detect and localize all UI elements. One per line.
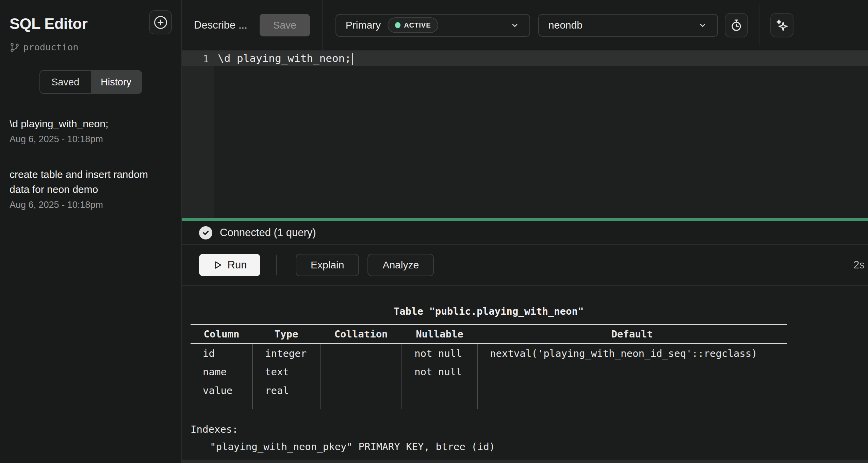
- table-row: name text not null: [191, 363, 787, 381]
- query-duration: 2s: [853, 259, 865, 271]
- table-cell: not null: [402, 363, 477, 381]
- branch-select-value: Primary: [346, 19, 381, 31]
- history-item-timestamp: Aug 6, 2025 - 10:18pm: [10, 200, 172, 210]
- query-actions-bar: Run Explain Analyze 2s: [182, 245, 868, 286]
- history-item-title: \d playing_with_neon;: [10, 116, 159, 131]
- table-row-spacer: [191, 400, 787, 409]
- table-row: value real: [191, 381, 787, 400]
- indexes-block: Indexes: "playing_with_neon_pkey" PRIMAR…: [191, 421, 868, 456]
- index-definition: "playing_with_neon_pkey" PRIMARY KEY, bt…: [191, 438, 868, 456]
- horizontal-scrollbar[interactable]: [182, 460, 868, 463]
- run-button-label: Run: [228, 259, 247, 271]
- table-row: id integer not null nextval('playing_wit…: [191, 344, 787, 363]
- branch-name: production: [23, 42, 79, 52]
- history-item[interactable]: \d playing_with_neon; Aug 6, 2025 - 10:1…: [10, 116, 172, 145]
- query-timing-button[interactable]: [725, 13, 748, 37]
- chevron-down-icon: [698, 20, 708, 30]
- actions-divider: [276, 255, 277, 275]
- table-cell: real: [252, 381, 320, 400]
- table-cell: integer: [252, 344, 320, 363]
- play-icon: [213, 260, 223, 270]
- table-cell: not null: [402, 344, 477, 363]
- table-cell: [320, 363, 402, 381]
- history-item-timestamp: Aug 6, 2025 - 10:18pm: [10, 134, 172, 145]
- main-panel: Describe ... Save Primary ACTIVE neondb: [182, 0, 868, 463]
- query-title: Describe ...: [194, 19, 247, 31]
- check-circle-icon: [199, 226, 212, 239]
- sidebar: SQL Editor production Saved: [0, 0, 182, 463]
- sidebar-header: SQL Editor: [10, 10, 172, 34]
- history-list: \d playing_with_neon; Aug 6, 2025 - 10:1…: [10, 116, 172, 210]
- analyze-button[interactable]: Analyze: [367, 254, 434, 276]
- column-header: Nullable: [402, 325, 477, 344]
- column-header: Collation: [320, 325, 402, 344]
- active-code-line[interactable]: 1 \d playing_with_neon;: [182, 51, 868, 66]
- page-title: SQL Editor: [10, 10, 87, 33]
- table-cell: [477, 363, 787, 381]
- sparkles-icon: [775, 18, 789, 32]
- result-table: Column Type Collation Nullable Default i…: [191, 324, 787, 409]
- editor-gutter: [182, 51, 214, 218]
- table-cell: nextval('playing_with_neon_id_seq'::regc…: [477, 344, 787, 363]
- table-cell: value: [191, 381, 252, 400]
- code-editor[interactable]: 1 \d playing_with_neon;: [182, 51, 868, 218]
- toolbar-divider: [759, 5, 759, 45]
- table-cell: name: [191, 363, 252, 381]
- explain-button[interactable]: Explain: [296, 254, 359, 276]
- connection-status-text: Connected (1 query): [220, 227, 316, 239]
- history-item[interactable]: create table and insert random data for …: [10, 167, 172, 210]
- result-table-header-row: Column Type Collation Nullable Default: [191, 325, 787, 344]
- saved-history-toggle: Saved History: [39, 70, 142, 94]
- plus-circle-icon: [153, 15, 168, 30]
- tab-saved[interactable]: Saved: [40, 71, 91, 93]
- text-cursor: [352, 53, 353, 65]
- sql-editor-app: SQL Editor production Saved: [0, 0, 868, 463]
- column-header: Type: [252, 325, 320, 344]
- ai-assist-button[interactable]: [770, 13, 793, 37]
- git-branch-icon: [10, 42, 20, 52]
- results-panel[interactable]: Table "public.playing_with_neon" Column …: [182, 286, 868, 463]
- table-cell: id: [191, 344, 252, 363]
- stopwatch-icon: [730, 18, 743, 32]
- database-select-value: neondb: [548, 19, 583, 31]
- branch-select[interactable]: Primary ACTIVE: [335, 14, 530, 37]
- database-select[interactable]: neondb: [538, 14, 718, 37]
- line-number: 1: [182, 53, 214, 65]
- connection-status-bar: Connected (1 query): [182, 221, 868, 245]
- chevron-down-icon: [510, 20, 520, 30]
- toolbar-divider: [322, 0, 323, 50]
- indexes-label: Indexes:: [191, 421, 868, 438]
- table-cell: [402, 381, 477, 400]
- tab-history[interactable]: History: [91, 71, 142, 93]
- status-badge-label: ACTIVE: [404, 21, 431, 29]
- new-query-button[interactable]: [149, 10, 172, 34]
- active-dot-icon: [395, 22, 400, 28]
- code-text: \d playing_with_neon;: [214, 52, 353, 65]
- table-cell: [320, 344, 402, 363]
- column-header: Default: [477, 325, 787, 344]
- table-cell: [320, 381, 402, 400]
- query-progress-bar: [182, 218, 868, 221]
- editor-toolbar: Describe ... Save Primary ACTIVE neondb: [182, 0, 868, 51]
- run-button[interactable]: Run: [199, 254, 260, 276]
- table-cell: [477, 381, 787, 400]
- branch-indicator: production: [10, 42, 172, 52]
- status-badge: ACTIVE: [388, 17, 438, 33]
- history-item-title: create table and insert random data for …: [10, 167, 159, 197]
- table-cell: text: [252, 363, 320, 381]
- result-table-title: Table "public.playing_with_neon": [191, 305, 787, 317]
- save-button[interactable]: Save: [260, 14, 310, 36]
- column-header: Column: [191, 325, 252, 344]
